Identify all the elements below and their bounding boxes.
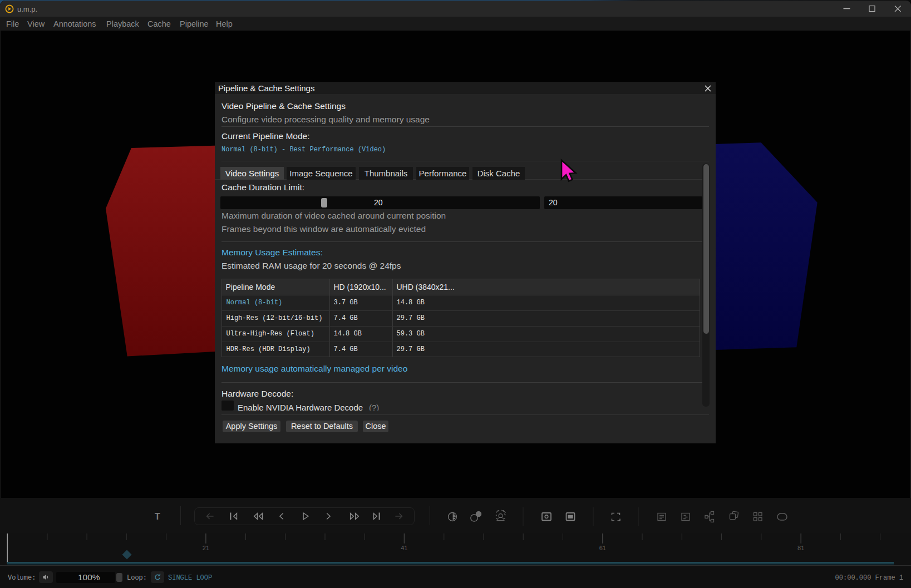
svg-text:21: 21 <box>203 545 209 551</box>
svg-text:61: 61 <box>599 545 606 551</box>
svg-text:81: 81 <box>797 545 804 551</box>
svg-text:41: 41 <box>401 545 407 551</box>
